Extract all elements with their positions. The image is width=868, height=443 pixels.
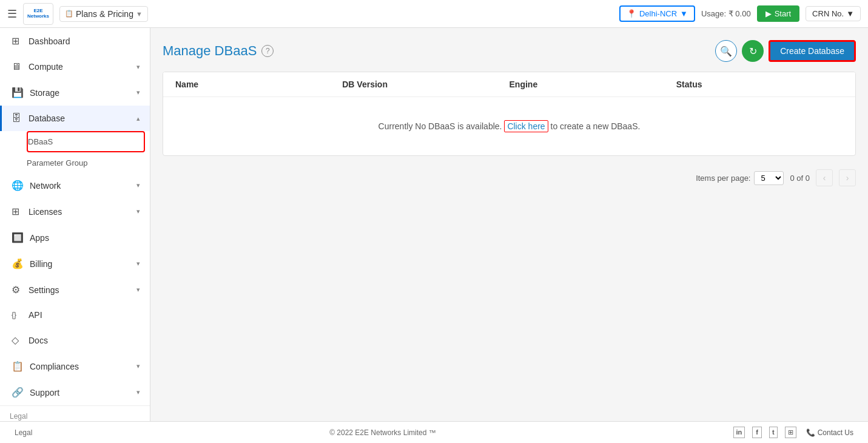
sidebar: ⊞ Dashboard 🖥 Compute ▾ 💾 Storage ▾ 🗄 Da… — [0, 28, 150, 421]
chevron-down-icon: ▾ — [136, 260, 140, 268]
sidebar-item-label: Dashboard — [29, 36, 140, 46]
sidebar-item-label: API — [29, 310, 140, 320]
create-database-button[interactable]: Name Create Database — [769, 40, 856, 62]
start-icon: ▶ — [765, 9, 772, 18]
sidebar-item-support[interactable]: 🔗 Support ▾ — [0, 379, 150, 405]
sidebar-item-label: Storage — [30, 88, 130, 98]
help-icon[interactable]: ? — [261, 45, 274, 57]
rss-icon[interactable]: ⊞ — [785, 427, 796, 438]
prev-page-button[interactable]: ‹ — [816, 169, 833, 186]
contact-us-link[interactable]: 📞 Contact Us — [806, 428, 853, 437]
hamburger-icon[interactable]: ☰ — [7, 7, 17, 21]
sidebar-item-apps[interactable]: 🔲 Apps — [0, 225, 150, 251]
main-layout: ⊞ Dashboard 🖥 Compute ▾ 💾 Storage ▾ 🗄 Da… — [0, 28, 868, 421]
usage-text: Usage: ₹ 0.00 — [701, 9, 751, 18]
items-per-page-control: Items per page: 5 10 25 — [696, 171, 784, 185]
page-header: Manage DBaaS ? 🔍 ↻ Name Create Database — [163, 40, 856, 62]
sidebar-item-label: Network — [30, 181, 130, 191]
sidebar-item-parameter-group[interactable]: Parameter Group — [27, 154, 150, 172]
facebook-icon[interactable]: f — [752, 427, 762, 438]
sidebar-item-billing[interactable]: 💰 Billing ▾ — [0, 251, 150, 277]
sidebar-item-settings[interactable]: ⚙ Settings ▾ — [0, 277, 150, 303]
chevron-down-icon: ▾ — [136, 63, 140, 71]
sidebar-item-licenses[interactable]: ⊞ Licenses ▾ — [0, 198, 150, 225]
crn-selector[interactable]: CRN No. ▼ — [806, 6, 861, 21]
items-per-page-select[interactable]: 5 10 25 — [754, 171, 784, 185]
empty-text-before: Currently No DBaaS is available. — [378, 121, 502, 131]
sidebar-item-label: Settings — [29, 285, 130, 295]
linkedin-icon[interactable]: in — [733, 427, 745, 438]
col-db-version: DB Version — [342, 79, 509, 89]
search-button[interactable]: 🔍 — [715, 40, 737, 62]
twitter-icon[interactable]: t — [769, 427, 778, 438]
sidebar-item-dashboard[interactable]: ⊞ Dashboard — [0, 28, 150, 54]
page-title-row: Manage DBaaS ? — [163, 43, 274, 59]
col-status: Status — [676, 79, 843, 89]
docs-icon: ◇ — [12, 334, 22, 346]
pagination: Items per page: 5 10 25 0 of 0 ‹ › — [163, 166, 856, 190]
breadcrumb[interactable]: 📋 Plans & Pricing ▼ — [59, 6, 148, 22]
breadcrumb-label: Plans & Pricing — [76, 9, 133, 19]
licenses-icon: ⊞ — [12, 206, 22, 217]
footer: Legal © 2022 E2E Networks Limited ™ in f… — [0, 421, 868, 443]
refresh-icon: ↻ — [749, 46, 757, 57]
legal-link[interactable]: Legal — [10, 412, 27, 421]
start-button[interactable]: ▶ Start — [757, 5, 799, 22]
page-info: 0 of 0 — [790, 174, 810, 183]
sidebar-item-label: Compliances — [30, 362, 130, 371]
support-icon: 🔗 — [12, 387, 24, 398]
dbaas-table: Name DB Version Engine Status Currently … — [163, 72, 856, 156]
search-icon: 🔍 — [720, 46, 732, 57]
sidebar-item-compute[interactable]: 🖥 Compute ▾ — [0, 54, 150, 79]
settings-icon: ⚙ — [12, 284, 22, 296]
footer-copyright: © 2022 E2E Networks Limited ™ — [329, 428, 436, 437]
header-actions: 🔍 ↻ Name Create Database — [715, 40, 856, 62]
refresh-button[interactable]: ↻ — [742, 40, 764, 62]
contact-us-label: Contact Us — [818, 428, 853, 437]
empty-message: Currently No DBaaS is available. Click h… — [163, 97, 855, 155]
database-submenu: DBaaS Parameter Group — [0, 131, 150, 172]
sidebar-item-label: Billing — [30, 259, 130, 269]
database-icon: 🗄 — [12, 113, 22, 124]
sidebar-item-api[interactable]: {} API — [0, 303, 150, 327]
click-here-link[interactable]: Click here — [504, 120, 548, 132]
sidebar-item-docs[interactable]: ◇ Docs — [0, 327, 150, 353]
network-icon: 🌐 — [12, 180, 24, 191]
phone-icon: 📞 — [806, 428, 815, 437]
content-area: Manage DBaaS ? 🔍 ↻ Name Create Database — [150, 28, 868, 421]
compute-icon: 🖥 — [12, 61, 22, 72]
location-chevron-icon: ▼ — [680, 9, 688, 18]
empty-text-after: to create a new DBaaS. — [551, 121, 641, 131]
sidebar-item-database[interactable]: 🗄 Database ▴ — [0, 106, 150, 131]
page-title: Manage DBaaS — [163, 43, 257, 59]
sidebar-item-storage[interactable]: 💾 Storage ▾ — [0, 79, 150, 106]
dbaas-label: DBaaS — [28, 137, 53, 146]
sidebar-footer: Legal — [0, 405, 150, 421]
items-per-page-label: Items per page: — [696, 174, 750, 183]
logo-text: E2E Networks — [27, 8, 49, 19]
sidebar-item-dbaas[interactable]: DBaaS — [27, 131, 145, 152]
start-label: Start — [775, 9, 791, 18]
col-name: Name — [175, 79, 342, 89]
footer-social: in f t ⊞ — [733, 427, 796, 438]
storage-icon: 💾 — [12, 87, 24, 98]
chevron-down-icon: ▾ — [136, 286, 140, 294]
topnav: ☰ E2E Networks 📋 Plans & Pricing ▼ 📍 Del… — [0, 0, 868, 28]
chevron-down-icon: ▾ — [136, 388, 140, 396]
sidebar-item-network[interactable]: 🌐 Network ▾ — [0, 172, 150, 198]
chevron-down-icon: ▾ — [136, 362, 140, 370]
location-selector[interactable]: 📍 Delhi-NCR ▼ — [619, 5, 695, 22]
breadcrumb-chevron-icon: ▼ — [136, 10, 143, 18]
parameter-group-label: Parameter Group — [27, 158, 87, 167]
footer-legal[interactable]: Legal — [15, 428, 32, 437]
next-page-button[interactable]: › — [839, 169, 856, 186]
chevron-down-icon: ▾ — [136, 181, 140, 189]
chevron-down-icon: ▾ — [136, 89, 140, 96]
logo: E2E Networks — [23, 3, 53, 25]
table-header-row: Name DB Version Engine Status — [163, 72, 855, 97]
sidebar-item-label: Docs — [29, 336, 140, 345]
sidebar-item-compliances[interactable]: 📋 Compliances ▾ — [0, 353, 150, 379]
col-engine: Engine — [510, 79, 676, 89]
apps-icon: 🔲 — [12, 232, 24, 243]
chevron-up-icon: ▴ — [136, 115, 140, 123]
